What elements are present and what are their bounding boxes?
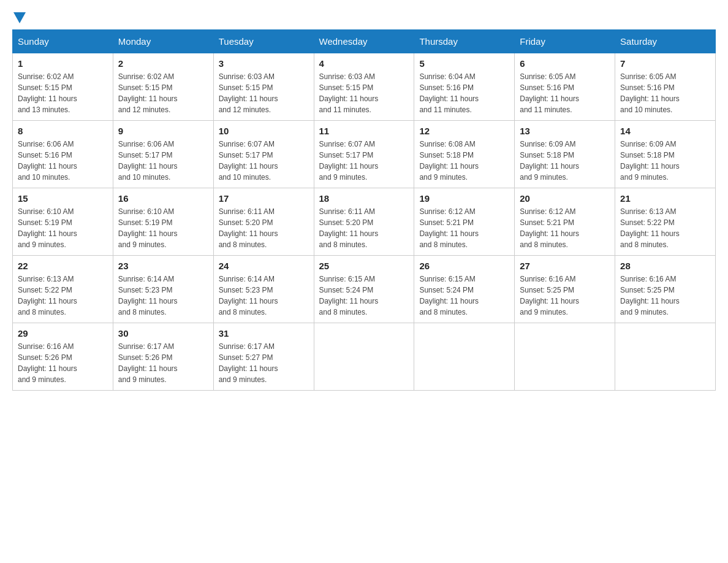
- day-info: Sunrise: 6:07 AMSunset: 5:17 PMDaylight:…: [319, 139, 409, 183]
- day-info: Sunrise: 6:03 AMSunset: 5:15 PMDaylight:…: [319, 71, 409, 115]
- calendar-day-header: Saturday: [615, 30, 716, 53]
- day-info: Sunrise: 6:15 AMSunset: 5:24 PMDaylight:…: [319, 274, 409, 318]
- calendar-cell: 9Sunrise: 6:06 AMSunset: 5:17 PMDaylight…: [113, 121, 213, 188]
- calendar-cell: 31Sunrise: 6:17 AMSunset: 5:27 PMDayligh…: [213, 323, 314, 391]
- day-info: Sunrise: 6:13 AMSunset: 5:22 PMDaylight:…: [620, 206, 710, 250]
- calendar-cell: [314, 323, 414, 391]
- day-number: 26: [419, 261, 509, 271]
- calendar-cell: 25Sunrise: 6:15 AMSunset: 5:24 PMDayligh…: [314, 256, 414, 323]
- day-number: 27: [520, 261, 610, 271]
- day-info: Sunrise: 6:16 AMSunset: 5:26 PMDaylight:…: [18, 341, 108, 385]
- day-info: Sunrise: 6:05 AMSunset: 5:16 PMDaylight:…: [520, 71, 610, 115]
- day-number: 12: [419, 126, 509, 136]
- calendar-cell: 13Sunrise: 6:09 AMSunset: 5:18 PMDayligh…: [515, 121, 615, 188]
- day-number: 15: [18, 193, 108, 204]
- day-info: Sunrise: 6:11 AMSunset: 5:20 PMDaylight:…: [319, 206, 409, 250]
- day-info: Sunrise: 6:08 AMSunset: 5:18 PMDaylight:…: [419, 139, 509, 183]
- calendar-cell: 22Sunrise: 6:13 AMSunset: 5:22 PMDayligh…: [13, 256, 113, 323]
- calendar-day-header: Friday: [515, 30, 615, 53]
- day-number: 17: [219, 193, 309, 204]
- day-number: 10: [219, 126, 309, 136]
- day-info: Sunrise: 6:09 AMSunset: 5:18 PMDaylight:…: [520, 139, 610, 183]
- calendar-header-row: SundayMondayTuesdayWednesdayThursdayFrid…: [13, 30, 716, 53]
- day-number: 1: [18, 58, 108, 69]
- day-info: Sunrise: 6:02 AMSunset: 5:15 PMDaylight:…: [118, 71, 208, 115]
- calendar-week-row: 1Sunrise: 6:02 AMSunset: 5:15 PMDaylight…: [13, 53, 716, 121]
- day-number: 30: [118, 328, 208, 339]
- calendar-cell: 20Sunrise: 6:12 AMSunset: 5:21 PMDayligh…: [515, 188, 615, 256]
- day-info: Sunrise: 6:12 AMSunset: 5:21 PMDaylight:…: [419, 206, 509, 250]
- calendar-cell: 4Sunrise: 6:03 AMSunset: 5:15 PMDaylight…: [314, 53, 414, 121]
- calendar-week-row: 15Sunrise: 6:10 AMSunset: 5:19 PMDayligh…: [13, 188, 716, 256]
- day-number: 25: [319, 261, 409, 271]
- calendar-cell: 10Sunrise: 6:07 AMSunset: 5:17 PMDayligh…: [213, 121, 314, 188]
- day-number: 5: [419, 58, 509, 69]
- page-header: [12, 12, 716, 23]
- calendar-cell: 11Sunrise: 6:07 AMSunset: 5:17 PMDayligh…: [314, 121, 414, 188]
- day-number: 21: [620, 193, 710, 204]
- calendar-cell: 2Sunrise: 6:02 AMSunset: 5:15 PMDaylight…: [113, 53, 213, 121]
- calendar-cell: 5Sunrise: 6:04 AMSunset: 5:16 PMDaylight…: [414, 53, 515, 121]
- calendar-cell: 8Sunrise: 6:06 AMSunset: 5:16 PMDaylight…: [13, 121, 113, 188]
- calendar-cell: 26Sunrise: 6:15 AMSunset: 5:24 PMDayligh…: [414, 256, 515, 323]
- day-number: 13: [520, 126, 610, 136]
- calendar-cell: 15Sunrise: 6:10 AMSunset: 5:19 PMDayligh…: [13, 188, 113, 256]
- calendar-cell: 16Sunrise: 6:10 AMSunset: 5:19 PMDayligh…: [113, 188, 213, 256]
- logo-triangle-icon: [13, 12, 26, 23]
- day-number: 7: [620, 58, 710, 69]
- day-number: 22: [18, 261, 108, 271]
- day-info: Sunrise: 6:17 AMSunset: 5:26 PMDaylight:…: [118, 341, 208, 385]
- calendar-cell: 14Sunrise: 6:09 AMSunset: 5:18 PMDayligh…: [615, 121, 716, 188]
- calendar-day-header: Wednesday: [314, 30, 414, 53]
- day-number: 14: [620, 126, 710, 136]
- day-info: Sunrise: 6:15 AMSunset: 5:24 PMDaylight:…: [419, 274, 509, 318]
- day-info: Sunrise: 6:02 AMSunset: 5:15 PMDaylight:…: [18, 71, 108, 115]
- day-info: Sunrise: 6:10 AMSunset: 5:19 PMDaylight:…: [118, 206, 208, 250]
- day-number: 8: [18, 126, 108, 136]
- day-number: 31: [219, 328, 309, 339]
- day-number: 24: [219, 261, 309, 271]
- day-info: Sunrise: 6:13 AMSunset: 5:22 PMDaylight:…: [18, 274, 108, 318]
- day-info: Sunrise: 6:09 AMSunset: 5:18 PMDaylight:…: [620, 139, 710, 183]
- calendar-day-header: Monday: [113, 30, 213, 53]
- day-number: 29: [18, 328, 108, 339]
- calendar-cell: 18Sunrise: 6:11 AMSunset: 5:20 PMDayligh…: [314, 188, 414, 256]
- calendar-cell: 30Sunrise: 6:17 AMSunset: 5:26 PMDayligh…: [113, 323, 213, 391]
- day-info: Sunrise: 6:17 AMSunset: 5:27 PMDaylight:…: [219, 341, 309, 385]
- day-info: Sunrise: 6:06 AMSunset: 5:17 PMDaylight:…: [118, 139, 208, 183]
- day-info: Sunrise: 6:16 AMSunset: 5:25 PMDaylight:…: [520, 274, 610, 318]
- calendar-day-header: Sunday: [13, 30, 113, 53]
- day-number: 16: [118, 193, 208, 204]
- day-number: 28: [620, 261, 710, 271]
- calendar-cell: [615, 323, 716, 391]
- calendar-cell: 24Sunrise: 6:14 AMSunset: 5:23 PMDayligh…: [213, 256, 314, 323]
- day-number: 23: [118, 261, 208, 271]
- day-info: Sunrise: 6:12 AMSunset: 5:21 PMDaylight:…: [520, 206, 610, 250]
- calendar-cell: [515, 323, 615, 391]
- calendar-cell: 7Sunrise: 6:05 AMSunset: 5:16 PMDaylight…: [615, 53, 716, 121]
- calendar-cell: 23Sunrise: 6:14 AMSunset: 5:23 PMDayligh…: [113, 256, 213, 323]
- day-number: 4: [319, 58, 409, 69]
- calendar-cell: [414, 323, 515, 391]
- calendar-cell: 29Sunrise: 6:16 AMSunset: 5:26 PMDayligh…: [13, 323, 113, 391]
- day-info: Sunrise: 6:11 AMSunset: 5:20 PMDaylight:…: [219, 206, 309, 250]
- day-number: 20: [520, 193, 610, 204]
- day-info: Sunrise: 6:07 AMSunset: 5:17 PMDaylight:…: [219, 139, 309, 183]
- day-info: Sunrise: 6:06 AMSunset: 5:16 PMDaylight:…: [18, 139, 108, 183]
- calendar-cell: 3Sunrise: 6:03 AMSunset: 5:15 PMDaylight…: [213, 53, 314, 121]
- calendar-cell: 17Sunrise: 6:11 AMSunset: 5:20 PMDayligh…: [213, 188, 314, 256]
- day-info: Sunrise: 6:05 AMSunset: 5:16 PMDaylight:…: [620, 71, 710, 115]
- day-info: Sunrise: 6:16 AMSunset: 5:25 PMDaylight:…: [620, 274, 710, 318]
- day-number: 18: [319, 193, 409, 204]
- day-info: Sunrise: 6:10 AMSunset: 5:19 PMDaylight:…: [18, 206, 108, 250]
- day-number: 9: [118, 126, 208, 136]
- day-info: Sunrise: 6:14 AMSunset: 5:23 PMDaylight:…: [118, 274, 208, 318]
- calendar-cell: 27Sunrise: 6:16 AMSunset: 5:25 PMDayligh…: [515, 256, 615, 323]
- calendar-day-header: Thursday: [414, 30, 515, 53]
- calendar-cell: 12Sunrise: 6:08 AMSunset: 5:18 PMDayligh…: [414, 121, 515, 188]
- day-info: Sunrise: 6:14 AMSunset: 5:23 PMDaylight:…: [219, 274, 309, 318]
- calendar-cell: 6Sunrise: 6:05 AMSunset: 5:16 PMDaylight…: [515, 53, 615, 121]
- calendar-week-row: 22Sunrise: 6:13 AMSunset: 5:22 PMDayligh…: [13, 256, 716, 323]
- day-info: Sunrise: 6:04 AMSunset: 5:16 PMDaylight:…: [419, 71, 509, 115]
- day-number: 2: [118, 58, 208, 69]
